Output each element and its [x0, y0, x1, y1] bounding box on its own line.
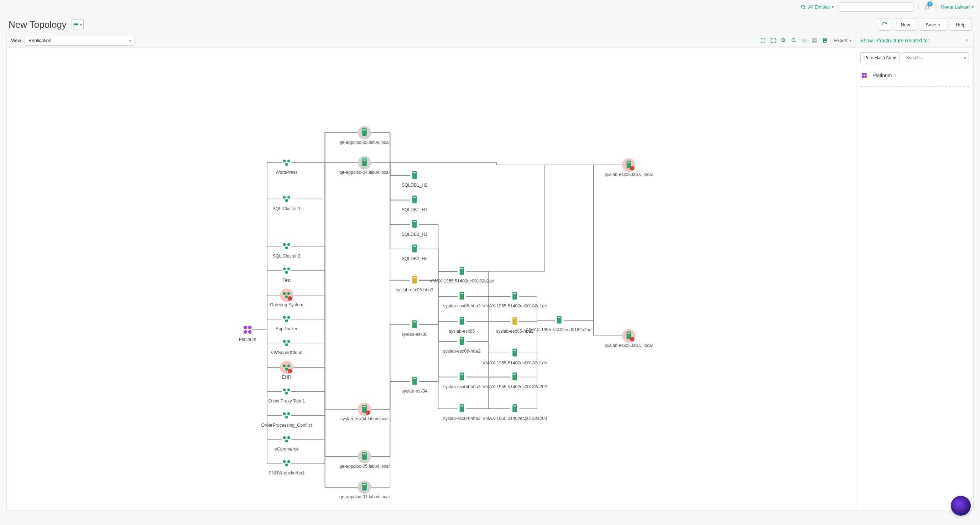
topology-node[interactable]: !Ordering System	[270, 288, 304, 307]
svg-line-13	[795, 41, 796, 42]
topology-node[interactable]: VMAX-1955:51402ec00182a2ae	[430, 267, 494, 283]
view-select-value: Replication	[29, 38, 51, 43]
svg-text:VMAX-1955:51402ec00182a1dc: VMAX-1955:51402ec00182a1dc	[482, 360, 547, 366]
topology-node[interactable]: Test	[282, 267, 291, 283]
svg-rect-141	[460, 405, 463, 406]
topology-node[interactable]: SQLDB2_H1	[402, 220, 427, 237]
side-item-label: Platinum	[872, 73, 892, 78]
close-icon[interactable]: ✕	[965, 38, 969, 43]
caret-down-icon: ▾	[80, 23, 82, 27]
assistant-button[interactable]	[951, 496, 971, 516]
notifications-button[interactable]: 2	[924, 4, 930, 10]
title-options-button[interactable]: ▾	[72, 19, 84, 30]
topology-node[interactable]: SQL Cluster 2	[273, 243, 301, 259]
topology-node[interactable]: SQLDB1_H2	[402, 171, 427, 188]
topology-node[interactable]: VMAX-1955:51402ec00182a1de	[482, 292, 547, 309]
refresh-button[interactable]	[878, 19, 891, 31]
svg-rect-171	[627, 332, 630, 334]
topology-node[interactable]: syslab-esx05-hba3	[396, 276, 433, 293]
topology-node[interactable]: WordPress	[275, 159, 298, 175]
zoom-out-icon[interactable]	[791, 38, 797, 43]
topology-node[interactable]: VMAX-1955:51402ec00182a202	[482, 372, 547, 389]
svg-point-28	[287, 159, 290, 162]
view-select[interactable]: Replication ▾	[25, 36, 135, 46]
side-filter-search[interactable]: ▾	[903, 52, 969, 63]
global-search-input[interactable]	[838, 3, 913, 12]
topology-node[interactable]: syslab-esx06-hba2	[443, 337, 480, 354]
topology-node[interactable]: !syslab-esx04.lab.vi.local	[340, 402, 388, 422]
side-item-platinum[interactable]: Platinum	[860, 67, 969, 84]
svg-text:syslab-esx05.lab.vi.local: syslab-esx05.lab.vi.local	[605, 343, 653, 348]
topology-node[interactable]: syslab-esx06-hba3	[443, 292, 480, 309]
topology-canvas[interactable]: PlatinumWordPressSQL Cluster 1SQL Cluste…	[7, 48, 856, 510]
svg-text:!: !	[632, 167, 633, 170]
topology-node[interactable]: syslab-esx05	[449, 317, 475, 334]
svg-point-177	[862, 75, 864, 78]
topology-node[interactable]: qe-appdisc-01.lab.vi.local	[339, 480, 390, 500]
svg-point-45	[287, 292, 290, 295]
svg-point-69	[283, 412, 286, 415]
svg-text:AppDocker: AppDocker	[275, 326, 298, 331]
topology-node[interactable]: SQL Cluster 1	[273, 196, 301, 211]
svg-text:SQLDB2_H1: SQLDB2_H1	[402, 232, 427, 237]
topology-node[interactable]: syslab-esx06	[402, 320, 428, 337]
topology-node[interactable]: OrderProcessing_Conflict	[261, 412, 312, 428]
print-icon[interactable]	[822, 38, 827, 43]
grid-icon[interactable]	[812, 38, 817, 43]
user-menu[interactable]: Meeta Lalwani ▾	[940, 4, 974, 10]
caret-down-icon: ▾	[850, 38, 851, 42]
fit-icon[interactable]	[771, 38, 776, 43]
topology-node[interactable]: SQLDB1_H1	[402, 196, 427, 212]
svg-text:Snow Proxy Test 1: Snow Proxy Test 1	[268, 399, 305, 404]
svg-text:VMAX-1955:51402ec00182a2ae: VMAX-1955:51402ec00182a2ae	[430, 278, 494, 283]
topology-node[interactable]: eCommerce	[275, 436, 299, 452]
topology-node[interactable]: !EHR	[280, 361, 293, 380]
topology-node[interactable]: syslab-esx04	[402, 377, 428, 394]
topology-canvas-panel: View Replication ▾ Export ▾	[6, 33, 856, 511]
fullscreen-icon[interactable]	[760, 38, 765, 43]
svg-text:!: !	[632, 338, 633, 341]
zoom-in-icon[interactable]	[781, 38, 786, 43]
topology-node[interactable]: qe-appdisc-03.lab.vi.local	[339, 126, 390, 145]
svg-rect-83	[363, 129, 366, 130]
svg-text:VMAX-1955:51402ec00182a202: VMAX-1955:51402ec00182a202	[482, 384, 547, 389]
svg-point-74	[287, 436, 290, 439]
side-panel-title: Show Infrastructure Related to:	[860, 38, 929, 43]
save-button[interactable]: Save ▾	[920, 19, 947, 31]
topology-node[interactable]: qe-appdisc-04.lab.vi.local	[339, 156, 390, 175]
svg-rect-156	[513, 405, 516, 406]
svg-point-79	[285, 463, 288, 466]
topology-node[interactable]: Platinum	[239, 326, 256, 342]
topology-node[interactable]: SNOW-dockerba1	[269, 460, 304, 476]
topology-node[interactable]: syslab-esx04-hba2	[443, 404, 480, 421]
topology-node[interactable]: SQLDB2_H2	[402, 245, 427, 261]
help-button[interactable]: Help	[950, 19, 972, 31]
topology-node[interactable]: !syslab-esx05.lab.vi.local	[605, 329, 653, 348]
topology-node[interactable]: qe-appdisc-05.lab.vi.local	[339, 450, 390, 469]
topology-node[interactable]: AppDocker	[275, 316, 298, 331]
topology-node[interactable]: VMAX-1955:51402ec00182a200	[482, 404, 547, 421]
svg-point-40	[287, 267, 290, 270]
svg-point-6	[73, 24, 74, 25]
topology-node[interactable]: !syslab-esx06.lab.vi.local	[605, 158, 653, 177]
svg-rect-15	[802, 39, 806, 42]
export-dropdown[interactable]: Export ▾	[834, 38, 851, 43]
svg-rect-123	[413, 378, 416, 379]
svg-point-59	[283, 364, 286, 367]
svg-point-71	[285, 416, 288, 418]
topology-node[interactable]: syslab-esx04-hba3	[443, 372, 480, 389]
svg-line-1	[804, 8, 805, 8]
divider	[935, 3, 935, 11]
topology-node[interactable]: Snow Proxy Test 1	[268, 388, 305, 404]
svg-text:qe-appdisc-01.lab.vi.local: qe-appdisc-01.lab.vi.local	[339, 494, 390, 500]
svg-point-44	[283, 292, 286, 295]
entity-filter[interactable]: All Entities ▾	[801, 4, 834, 10]
snapshot-icon[interactable]	[802, 38, 807, 43]
side-filter-type[interactable]: Pure Flash Array	[860, 52, 900, 63]
svg-text:syslab-esx05: syslab-esx05	[449, 329, 475, 334]
new-button[interactable]: New	[895, 19, 916, 31]
svg-point-178	[864, 75, 867, 78]
topology-node[interactable]: VWSoundCloud	[270, 340, 302, 355]
side-search-input[interactable]	[906, 55, 964, 60]
svg-point-77	[283, 460, 286, 463]
